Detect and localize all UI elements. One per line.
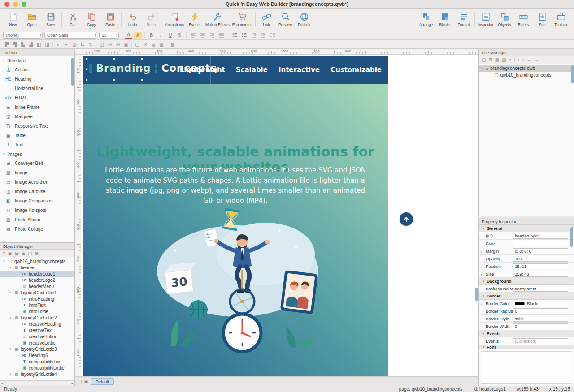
resize-handle[interactable] [141,79,143,81]
object-tree-item[interactable]: H1 headerLogo1 [0,271,74,277]
object-tree-item[interactable]: ∨ ▦ header [0,264,74,271]
resize-handle[interactable] [113,58,115,60]
property-value-input[interactable]: 100 [513,256,568,262]
animations-button[interactable]: Animations [164,10,185,29]
inspector-section-font[interactable]: ∨ Font [479,345,574,349]
highlight-color-button[interactable]: A [134,32,142,39]
object-tree-item[interactable]: T introText [0,302,74,308]
toolbox-item[interactable]: ▥ Photo Album [0,215,74,224]
send-backward-icon[interactable]: ▣ [122,41,130,48]
inspector-section-events[interactable]: ∨ Events [479,330,574,337]
property-value-input[interactable]: 0; 0; 0; 0 [513,248,568,254]
toolbox-item[interactable]: T Text [0,140,74,150]
tree-expander-icon[interactable]: ∨ [9,266,12,269]
move-right-icon[interactable]: → [535,57,539,62]
toolbox-item[interactable]: ▧ Image [0,168,74,177]
toolbox-item[interactable]: ⊞ Conveyer Belt [0,159,74,168]
rulers-button[interactable]: Rulers [514,10,533,29]
toolbox-item[interactable]: ▣ Inline Frame [0,103,74,112]
delete-icon[interactable]: × [3,251,5,256]
lottie-illustration[interactable]: 30 [148,204,323,356]
add-breakpoint-icon[interactable]: ▢ [78,379,82,384]
new-button[interactable]: New [4,10,22,29]
ungroup-icon[interactable]: ⊠ [142,41,149,48]
object-tree-item[interactable]: H1 introHeading [0,296,74,302]
property-value-input[interactable] [513,241,568,246]
move-up-icon[interactable]: ↑ [517,57,520,62]
underline-button[interactable]: U [166,32,174,39]
object-tree-item[interactable]: ∨ ▢ qwb10_brandingconcepts [0,258,74,264]
property-value-input[interactable]: headerLogo1 [513,233,568,239]
grid-settings-icon[interactable]: ▩ [169,41,176,48]
cut-button[interactable]: Cut [63,10,82,29]
align-objects-right-icon[interactable]: ▙ [19,41,26,48]
bring-forward-icon[interactable]: ⊞ [114,41,122,48]
resize-handle[interactable] [86,58,88,60]
toolbox-button[interactable]: Toolbox [552,10,570,29]
page-header-block[interactable]: Branding Concepts [83,56,388,84]
tree-expander-icon[interactable]: ∨ [9,372,12,376]
justify-button[interactable] [217,32,225,39]
inspector-button[interactable]: Inspector [476,10,495,29]
unlock-icon[interactable]: ▦ [158,41,165,48]
site-manager-scrollbar[interactable] [571,65,574,83]
bullet-list-button[interactable] [231,32,239,39]
undo-button[interactable]: Undo [123,10,142,29]
same-size-icon[interactable]: ▥ [71,41,78,48]
page-properties-icon[interactable]: ▥ [502,57,506,62]
move-down-icon[interactable]: ↓ [522,57,525,62]
font-size-select[interactable]: 13 ▴▾ [99,32,119,39]
tree-expander-icon[interactable]: ∨ [482,67,484,70]
group-icon[interactable]: ⊟ [15,251,18,256]
bring-to-front-icon[interactable]: ◫ [98,41,105,48]
align-right-button[interactable] [208,32,216,39]
resize-handle[interactable] [86,68,88,70]
ecommerce-button[interactable]: Ecommerce [231,10,254,29]
selection-outline[interactable] [87,59,142,80]
save-button[interactable]: Save [41,10,60,29]
toolbox-item[interactable]: ◫ Image Carousel [0,187,74,196]
inspector-section-background[interactable]: ∨ Background [479,278,574,285]
resize-handle[interactable] [141,68,143,70]
tree-expander-icon[interactable]: ∨ [9,316,12,319]
object-tree-item[interactable]: H1 headerLogo2 [0,277,74,283]
align-center-button[interactable] [199,32,206,39]
clone-page-icon[interactable]: ▤ [495,57,499,62]
tree-expander-icon[interactable]: ∨ [9,291,12,294]
resize-handle[interactable] [113,79,115,81]
objects-button[interactable]: Objects [495,10,514,29]
outline-icon[interactable]: ▢ [28,251,32,256]
toolbox-scrollbar[interactable] [71,58,74,86]
canvas-scrollbar[interactable] [475,288,478,301]
copy-button[interactable]: Copy [82,10,101,29]
delete-icon[interactable]: × [509,57,512,62]
lock-icon[interactable]: ▤ [150,41,157,48]
italic-button[interactable]: I [157,32,165,39]
same-width-icon[interactable]: ◐ [55,41,62,48]
object-tree-item[interactable]: T creativeText [0,327,74,333]
new-page-icon[interactable]: ▢ [482,57,486,62]
tree-expander-icon[interactable]: ∨ [9,347,12,351]
publish-button[interactable]: Publish [295,10,313,29]
object-manager-hscrollbar[interactable]: ◂ ▸ [0,380,74,386]
link-button[interactable]: Link [257,10,276,29]
object-tree-item[interactable]: ▭ creativeButton [0,333,74,340]
property-value-input[interactable]: 159; 43 [513,271,568,277]
object-tree-item[interactable]: ▤ headerMenu [0,283,74,289]
group-icon[interactable]: ▢ [134,41,141,48]
inspector-section-general[interactable]: ∨ General [479,225,574,232]
toolbox-item[interactable]: ― Horizontal line [0,84,74,93]
breakpoint-tab-default[interactable]: Default [91,378,114,385]
toolbox-section-standard[interactable]: ∨ Standard [0,56,74,65]
object-tree-item[interactable]: ▣ introLottie [0,308,74,314]
send-to-back-icon[interactable]: ⊟ [106,41,113,48]
object-tree-item[interactable]: H1 creativeHeading [0,321,74,327]
property-value-input[interactable]: 15; 15 [513,263,568,269]
object-tree-item[interactable]: ∨ ▦ layoutyGridLottie3 [0,346,74,352]
object-tree-item[interactable]: ∨ ▦ layoutyGridLottie2 [0,314,74,321]
expand-chevron[interactable]: › [481,302,482,306]
events-button[interactable]: Events [185,10,204,29]
align-objects-bottom-icon[interactable]: ◨ [43,41,51,48]
blocks-button[interactable]: Blocks [435,10,454,29]
nav-item[interactable]: Interactive [278,66,320,74]
